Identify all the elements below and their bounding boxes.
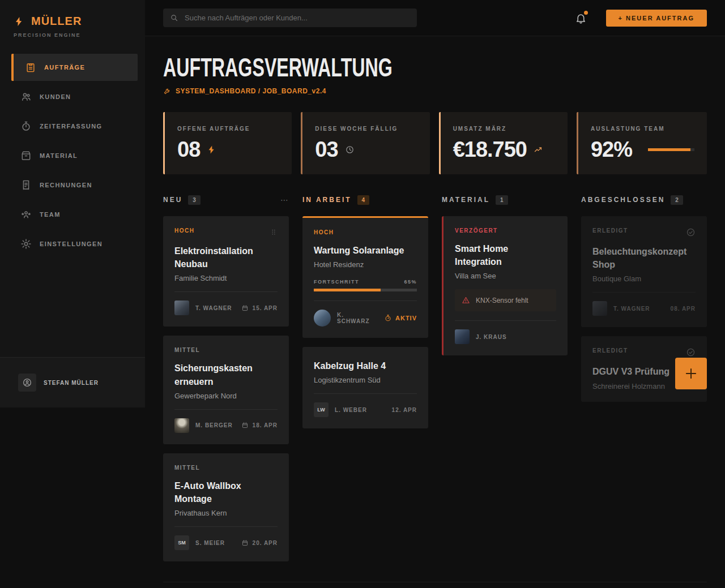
sidebar-item-label: RECHNUNGEN	[40, 182, 92, 188]
sidebar-item-label: AUFTRÄGE	[44, 64, 85, 71]
search	[163, 8, 417, 27]
job-card-beleuchtungskonzept-shop[interactable]: ERLEDIGTBeleuchtungskonzept ShopBoutique…	[581, 216, 707, 327]
search-icon	[170, 14, 178, 22]
team-utilization-bar	[648, 148, 694, 151]
brand-tagline: PRECISION ENGINE	[14, 32, 131, 38]
stat-label: OFFENE AUFTRÄGE	[177, 126, 279, 132]
calendar-icon	[241, 539, 249, 547]
material-alert: KNX-Sensor fehlt	[455, 289, 556, 311]
new-order-button[interactable]: + NEUER AUFTRAG	[606, 10, 707, 27]
brand-name: MÜLLER	[31, 15, 82, 28]
job-card-elektroinstallation-neubau[interactable]: HOCHElektroinstallation NeubauFamilie Sc…	[163, 216, 289, 327]
assignee-name: M. BERGER	[195, 422, 233, 428]
stat-card-diese-woche-fallig: DIESE WOCHE FÄLLIG 03	[301, 112, 429, 174]
stat-label: AUSLASTUNG TEAM	[591, 126, 694, 132]
column-in-arbeit: IN ARBEIT 4HOCHWartung SolaranlageHotel …	[302, 194, 428, 428]
card-subtitle: Villa am See	[455, 272, 556, 280]
gear-icon	[20, 238, 32, 250]
column-count-badge: 1	[496, 195, 508, 205]
receipt-icon	[20, 179, 32, 191]
user-avatar	[18, 374, 36, 392]
due-date-text: 20. APR	[253, 540, 278, 546]
job-card-wartung-solaranlage[interactable]: HOCHWartung SolaranlageHotel ResidenzFOR…	[302, 216, 428, 338]
page-title: AUFTRAGSVERWALTUNG	[163, 54, 544, 80]
card-subtitle: Boutique Glam	[592, 274, 696, 283]
card-divider	[314, 393, 417, 394]
sidebar-item-material[interactable]: MATERIAL	[11, 142, 138, 169]
sidebar: MÜLLER PRECISION ENGINE AUFTRÄGEKUNDENZE…	[0, 0, 145, 407]
card-subtitle: Logistikzentrum Süd	[314, 376, 417, 384]
due-date-text: 18. APR	[253, 422, 278, 428]
assignee-name: K. SCHWARZ	[337, 312, 378, 324]
board: NEU 3⋯HOCHElektroinstallation NeubauFami…	[163, 194, 707, 561]
notification-dot	[584, 11, 588, 15]
search-input[interactable]	[163, 8, 417, 27]
sidebar-item-label: EINSTELLUNGEN	[40, 241, 103, 247]
stat-card-umsatz-marz: UMSATZ MÄRZ €18.750	[439, 112, 568, 174]
card-title: Elektroinstallation Neubau	[174, 244, 278, 271]
card-divider	[174, 409, 278, 410]
column-title: ABGESCHLOSSEN	[581, 196, 665, 204]
card-divider	[592, 292, 696, 293]
sidebar-item-auftrage[interactable]: AUFTRÄGE	[11, 54, 138, 81]
column-menu-button[interactable]: ⋯	[280, 196, 289, 204]
sidebar-item-label: KUNDEN	[40, 93, 71, 100]
priority-tag: MITTEL	[174, 465, 200, 471]
plus-icon	[684, 366, 698, 381]
stat-card-auslastung-team: AUSLASTUNG TEAM 92%	[577, 112, 707, 174]
trend-icon	[534, 145, 543, 154]
stat-value: 03	[315, 139, 338, 160]
card-subtitle: Gewerbepark Nord	[174, 392, 278, 400]
column-material: MATERIAL 1VERZÖGERTSmart Home Integratio…	[442, 194, 568, 355]
sidebar-item-zeiterfassung[interactable]: ZEITERFASSUNG	[11, 113, 138, 140]
sidebar-item-label: MATERIAL	[40, 152, 78, 159]
main: + NEUER AUFTRAG AUFTRAGSVERWALTUNG SYSTE…	[145, 0, 725, 588]
person-circle-icon	[22, 377, 32, 388]
topbar: + NEUER AUFTRAG	[145, 0, 725, 36]
card-title: Sicherungskasten erneuern	[174, 362, 278, 388]
card-subtitle: Familie Schmidt	[174, 274, 278, 282]
sidebar-item-label: TEAM	[40, 211, 61, 218]
column-count-badge: 2	[671, 195, 683, 205]
card-divider	[174, 526, 278, 527]
column-title: MATERIAL	[442, 196, 490, 204]
stat-value: 08	[177, 139, 200, 160]
priority-tag: ERLEDIGT	[592, 347, 628, 354]
stat-label: UMSATZ MÄRZ	[453, 126, 555, 132]
job-card-e-auto-wallbox-montage[interactable]: MITTELE-Auto Wallbox MontagePrivathaus K…	[163, 453, 289, 561]
assignee-name: T. WAGNER	[613, 306, 650, 312]
warning-icon	[462, 296, 470, 304]
assignee-name: L. WEBER	[335, 407, 367, 413]
assignee-name: J. KRAUS	[476, 334, 507, 340]
due-date: 20. APR	[241, 539, 278, 547]
notifications-bell[interactable]	[575, 12, 587, 24]
job-card-smart-home-integration[interactable]: VERZÖGERTSmart Home IntegrationVilla am …	[442, 216, 568, 355]
wrench-icon	[163, 87, 171, 95]
job-card-sicherungskasten-erneuern[interactable]: MITTELSicherungskasten erneuernGewerbepa…	[163, 336, 289, 444]
add-order-fab[interactable]	[675, 358, 707, 389]
card-divider	[455, 320, 556, 321]
card-title: Smart Home Integration	[455, 242, 556, 268]
progress-value: 65%	[404, 279, 417, 285]
sidebar-item-kunden[interactable]: KUNDEN	[11, 83, 138, 110]
page-footer: PRIO HOCH PRIO NORMAL MATERIALSTOPP BUIL…	[163, 582, 707, 588]
brand: MÜLLER PRECISION ENGINE	[0, 0, 145, 38]
column-count-badge: 3	[188, 195, 201, 205]
clipboard-icon	[25, 62, 36, 73]
job-card-kabelzug-halle-4[interactable]: Kabelzug Halle 4Logistikzentrum SüdLWL. …	[302, 347, 428, 428]
column-title: NEU	[163, 196, 182, 204]
team-icon	[20, 209, 32, 220]
column-neu: NEU 3⋯HOCHElektroinstallation NeubauFami…	[163, 194, 289, 561]
avatar	[455, 329, 470, 344]
sidebar-user[interactable]: STEFAN MÜLLER	[0, 357, 145, 407]
progress-label: FORTSCHRITT	[314, 279, 359, 285]
sidebar-item-team[interactable]: TEAM	[11, 201, 138, 228]
users-icon	[20, 91, 32, 102]
sidebar-item-rechnungen[interactable]: RECHNUNGEN	[11, 171, 138, 199]
column-count-badge: 4	[357, 195, 370, 205]
avatar	[174, 418, 189, 433]
stat-card-offene-auftrage: OFFENE AUFTRÄGE 08	[163, 112, 292, 174]
sidebar-item-einstellungen[interactable]: EINSTELLUNGEN	[11, 230, 138, 257]
priority-tag: MITTEL	[174, 347, 200, 353]
drag-handle-icon[interactable]	[270, 228, 278, 237]
